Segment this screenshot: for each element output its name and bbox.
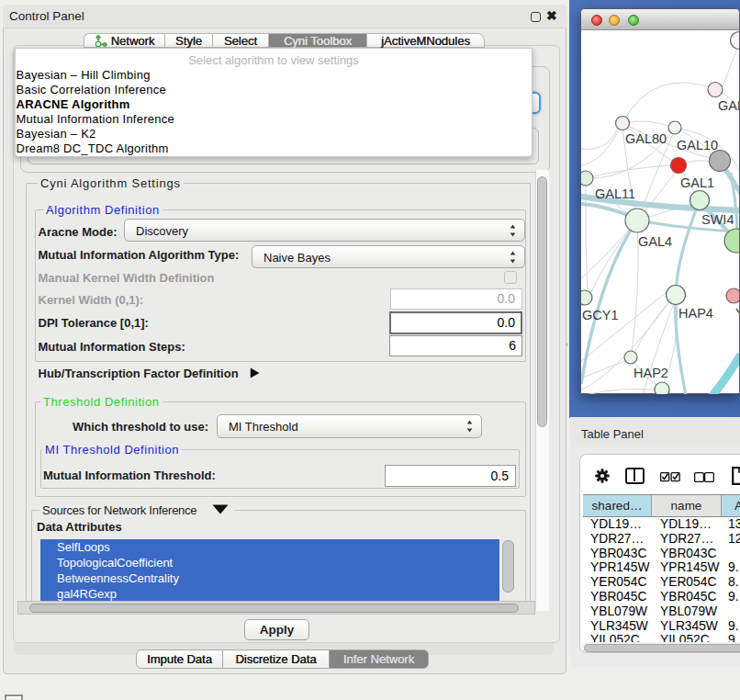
svg-text:GAL80: GAL80 xyxy=(625,131,667,146)
svg-text:SWI4: SWI4 xyxy=(701,212,734,227)
svg-text:GAL7: GAL7 xyxy=(718,98,739,113)
svg-text:HAP4: HAP4 xyxy=(678,306,713,321)
svg-text:YB: YB xyxy=(735,306,739,321)
svg-text:GAL1: GAL1 xyxy=(680,175,714,190)
svg-text:HAP2: HAP2 xyxy=(633,366,668,380)
svg-text:GAL4: GAL4 xyxy=(638,234,672,249)
svg-text:GCY1: GCY1 xyxy=(582,308,619,322)
svg-text:GAL11: GAL11 xyxy=(595,186,635,201)
svg-text:GAL10: GAL10 xyxy=(677,138,718,152)
